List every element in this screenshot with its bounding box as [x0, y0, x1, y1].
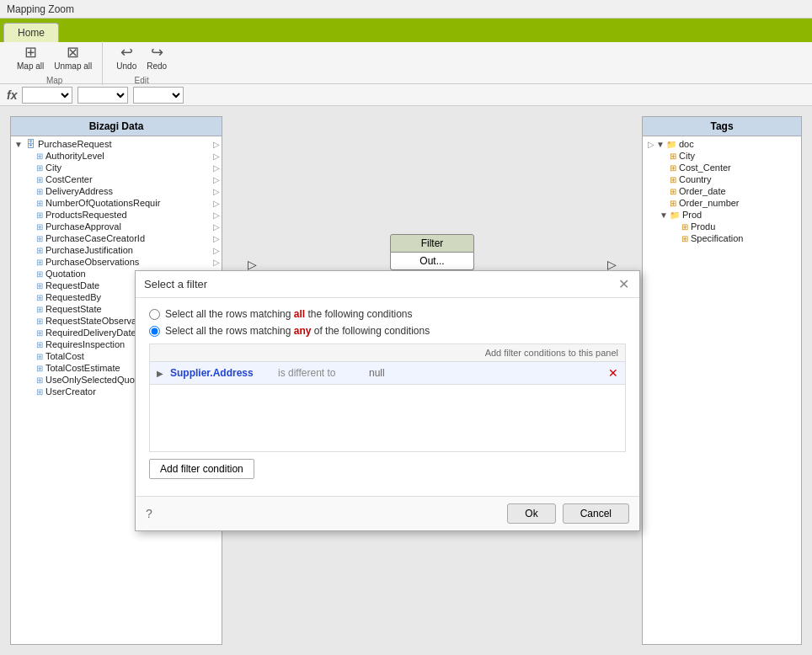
dialog-close-button[interactable]: ✕ — [617, 276, 631, 292]
tree-item[interactable]: ⊞ Specification — [644, 232, 799, 244]
node-label: Order_date — [679, 186, 726, 196]
field-icon: ⊞ — [36, 317, 43, 326]
node-label: doc — [679, 139, 694, 149]
formula-select-2[interactable] — [77, 87, 128, 104]
tab-home[interactable]: Home — [3, 23, 59, 42]
tree-item[interactable]: ▼ 📁 Prod — [644, 209, 799, 221]
toolbar-edit-group: ↩ Undo ↪ Redo Edit — [106, 41, 177, 85]
cancel-button[interactable]: Cancel — [563, 503, 629, 524]
title-text: Mapping Zoom — [7, 3, 74, 15]
node-icon: 📁 — [666, 140, 676, 149]
arrow-icon: ▷ — [213, 246, 220, 255]
tree-item[interactable]: ⊞ City — [644, 150, 799, 162]
expand-icon: ▼ — [660, 210, 668, 220]
node-label: UserCreator — [45, 386, 96, 397]
tree-item[interactable]: ▷ ▼ 📁 doc — [644, 138, 799, 150]
node-label: RequestDate — [45, 280, 99, 290]
undo-button[interactable]: ↩ Undo — [113, 41, 140, 72]
node-icon: ⊞ — [670, 152, 676, 161]
field-icon: ⊞ — [36, 293, 43, 302]
filter-row-expand[interactable]: ▶ — [157, 369, 163, 378]
filter-operator: is different to — [278, 367, 362, 379]
tree-item[interactable]: ⊞ AuthorityLevel ▷ — [13, 150, 220, 162]
field-icon: ⊞ — [36, 246, 43, 255]
unmap-all-button[interactable]: ⊠ Unmap all — [51, 41, 95, 72]
map-all-button[interactable]: ⊞ Map all — [13, 41, 47, 72]
filter-field[interactable]: Supplier.Address — [170, 367, 271, 379]
node-label: Quotation — [45, 269, 86, 279]
arrow-icon: ▷ — [213, 140, 220, 149]
node-icon: ⊞ — [681, 234, 688, 243]
redo-button[interactable]: ↪ Redo — [143, 41, 170, 72]
field-icon: ⊞ — [36, 222, 43, 232]
arrow-icon: ▷ — [213, 152, 220, 161]
arrow-icon: ▷ — [213, 199, 220, 208]
field-icon: ⊞ — [36, 281, 43, 290]
node-label: Country — [679, 174, 712, 184]
node-label: PurchaseRequest — [38, 139, 111, 149]
field-icon: ⊞ — [36, 305, 43, 314]
field-icon: ⊞ — [36, 269, 43, 279]
toolbar: ⊞ Map all ⊠ Unmap all Map ↩ Undo ↪ Redo … — [0, 42, 812, 84]
node-label: AuthorityLevel — [45, 151, 104, 161]
node-label: Prod — [682, 210, 702, 220]
tree-item[interactable]: ⊞ ProductsRequested ▷ — [13, 209, 220, 221]
tree-item[interactable]: ⊞ City ▷ — [13, 162, 220, 173]
node-label: PurchaseObservations — [45, 257, 139, 267]
add-filter-condition-button[interactable]: Add filter condition — [149, 459, 254, 479]
node-label: RequiresInspection — [45, 339, 125, 349]
field-icon: ⊞ — [36, 328, 43, 338]
bizagi-data-header: Bizagi Data — [11, 117, 222, 136]
formula-select-1[interactable] — [22, 87, 72, 104]
filter-condition-row: ▶ Supplier.Address is different to null … — [149, 362, 626, 385]
tree-item[interactable]: ⊞ PurchaseJustification ▷ — [13, 244, 220, 256]
title-bar: Mapping Zoom — [0, 0, 812, 19]
help-icon[interactable]: ? — [146, 507, 152, 520]
field-icon: ⊞ — [36, 187, 43, 196]
tree-item[interactable]: ⊞ Produ — [644, 221, 799, 232]
radio-all[interactable] — [149, 309, 160, 320]
tags-header: Tags — [643, 117, 801, 136]
filter-panel-header: Add filter conditions to this panel — [149, 343, 626, 362]
redo-icon: ↪ — [151, 43, 163, 61]
field-icon: ⊞ — [36, 210, 43, 220]
unmap-all-label: Unmap all — [54, 61, 92, 71]
field-icon: ⊞ — [36, 175, 43, 184]
tree-item[interactable]: ⊞ Order_number — [644, 197, 799, 209]
highlight-all: all — [294, 308, 305, 320]
tree-item[interactable]: ⊞ PurchaseCaseCreatorId ▷ — [13, 232, 220, 244]
node-icon: ⊞ — [670, 163, 676, 173]
highlight-any: any — [294, 325, 312, 337]
tree-item[interactable]: ⊞ CostCenter ▷ — [13, 173, 220, 185]
node-label: PurchaseApproval — [45, 221, 121, 232]
tree-item[interactable]: ⊞ NumberOfQuotationsRequir ▷ — [13, 197, 220, 209]
radio-all-text: Select all the rows matching all the fol… — [165, 308, 413, 320]
delete-condition-button[interactable]: ✕ — [608, 366, 618, 380]
output-button[interactable]: Out... — [390, 253, 474, 270]
undo-icon: ↩ — [120, 43, 133, 61]
tree-item[interactable]: ⊞ PurchaseApproval ▷ — [13, 221, 220, 232]
tree-item[interactable]: ⊞ DeliveryAddress ▷ — [13, 185, 220, 197]
tree-item[interactable]: ▼ 🗄 PurchaseRequest ▷ — [13, 138, 220, 150]
arrow-icon: ▷ — [213, 187, 220, 196]
ok-button[interactable]: Ok — [507, 503, 555, 524]
node-label: RequestState — [45, 304, 102, 314]
arrow-icon: ▷ — [213, 163, 220, 173]
formula-select-3[interactable] — [133, 87, 184, 104]
radio-any[interactable] — [149, 326, 160, 337]
tree-item[interactable]: ⊞ Order_date — [644, 185, 799, 197]
tree-item[interactable]: ⊞ Cost_Center — [644, 162, 799, 173]
tags-tree-content: ▷ ▼ 📁 doc ⊞ City ⊞ Cost_Center ⊞ Country… — [643, 136, 801, 640]
tree-item[interactable]: ⊞ PurchaseObservations ▷ — [13, 256, 220, 268]
node-label: PurchaseJustification — [45, 245, 133, 255]
filter-value: null — [369, 367, 419, 379]
node-label: Specification — [691, 233, 743, 243]
tree-item[interactable]: ⊞ Country — [644, 173, 799, 185]
main-content: Bizagi Data ▼ 🗄 PurchaseRequest ▷ ⊞ Auth… — [0, 106, 812, 655]
connector-right: ▷ — [607, 258, 617, 271]
filter-button[interactable]: Filter — [390, 234, 474, 253]
tags-panel: Tags ▷ ▼ 📁 doc ⊞ City ⊞ Cost_Center ⊞ Co… — [642, 116, 802, 645]
expand-icon: ▼ — [656, 140, 665, 149]
edit-group-label: Edit — [135, 76, 149, 85]
dialog-titlebar: Select a filter ✕ — [136, 271, 639, 298]
